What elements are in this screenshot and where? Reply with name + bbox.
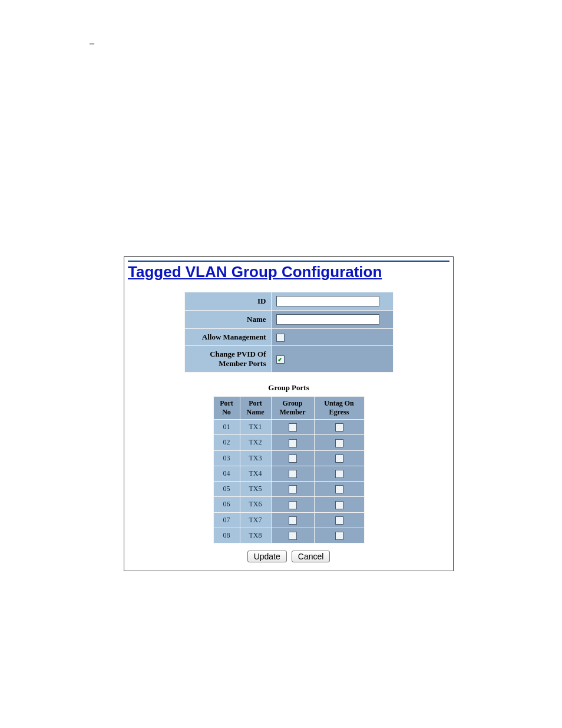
allow-management-cell	[272, 329, 393, 345]
stray-dash: –	[90, 38, 94, 49]
port-name: TX4	[240, 466, 271, 481]
untag-on-egress-cell	[315, 420, 364, 434]
group-member-checkbox[interactable]	[289, 501, 297, 509]
col-untag-on-egress: Untag On Egress	[315, 397, 364, 419]
untag-on-egress-cell	[315, 451, 364, 466]
untag-on-egress-checkbox[interactable]	[335, 423, 343, 431]
group-ports-caption: Group Ports	[128, 383, 449, 393]
port-no: 04	[214, 466, 240, 481]
name-label: Name	[185, 311, 271, 328]
table-row: 01TX1	[214, 420, 364, 434]
group-member-cell	[272, 482, 314, 496]
update-button[interactable]: Update	[247, 551, 287, 562]
group-member-cell	[272, 528, 314, 543]
group-member-checkbox[interactable]	[289, 454, 297, 463]
group-member-checkbox[interactable]	[289, 516, 297, 525]
port-name: TX8	[240, 528, 271, 543]
table-row: 08TX8	[214, 528, 364, 543]
port-no: 08	[214, 528, 240, 543]
group-member-checkbox[interactable]	[289, 423, 297, 431]
untag-on-egress-cell	[315, 482, 364, 496]
change-pvid-label-line1: Change PVID Of	[210, 350, 266, 358]
untag-on-egress-checkbox[interactable]	[335, 454, 343, 463]
id-label: ID	[185, 292, 271, 310]
port-no: 03	[214, 451, 240, 466]
group-member-cell	[272, 451, 314, 466]
table-row: 07TX7	[214, 513, 364, 528]
config-table: ID Name Allow Management Change PVID Of …	[184, 292, 394, 373]
page-title: Tagged VLAN Group Configuration	[128, 263, 449, 281]
table-row: 05TX5	[214, 482, 364, 496]
table-row: 04TX4	[214, 466, 364, 481]
port-no: 02	[214, 435, 240, 450]
change-pvid-cell	[272, 346, 393, 372]
group-member-checkbox[interactable]	[289, 532, 297, 540]
untag-on-egress-checkbox[interactable]	[335, 485, 343, 493]
allow-management-checkbox[interactable]	[276, 334, 285, 342]
cancel-button[interactable]: Cancel	[292, 551, 330, 562]
untag-on-egress-checkbox[interactable]	[335, 516, 343, 525]
group-member-cell	[272, 497, 314, 512]
port-no: 06	[214, 497, 240, 512]
group-member-checkbox[interactable]	[289, 470, 297, 478]
port-name: TX3	[240, 451, 271, 466]
change-pvid-checkbox[interactable]	[276, 355, 285, 364]
port-no: 07	[214, 513, 240, 528]
table-row: 02TX2	[214, 435, 364, 450]
untag-on-egress-cell	[315, 513, 364, 528]
group-member-checkbox[interactable]	[289, 439, 297, 447]
col-group-member: Group Member	[272, 397, 314, 419]
name-cell	[272, 311, 393, 328]
port-name: TX1	[240, 420, 271, 434]
untag-on-egress-cell	[315, 497, 364, 512]
name-input[interactable]	[276, 314, 379, 325]
id-input[interactable]	[276, 296, 379, 307]
port-name: TX6	[240, 497, 271, 512]
col-port-no: Port No	[214, 397, 240, 419]
port-name: TX5	[240, 482, 271, 496]
config-panel: Tagged VLAN Group Configuration ID Name …	[124, 256, 454, 571]
button-row: Update Cancel	[128, 551, 449, 562]
table-row: 06TX6	[214, 497, 364, 512]
change-pvid-label: Change PVID Of Member Ports	[185, 346, 271, 372]
untag-on-egress-checkbox[interactable]	[335, 439, 343, 447]
port-name: TX2	[240, 435, 271, 450]
group-member-cell	[272, 513, 314, 528]
port-no: 05	[214, 482, 240, 496]
group-member-cell	[272, 466, 314, 481]
untag-on-egress-cell	[315, 435, 364, 450]
untag-on-egress-checkbox[interactable]	[335, 532, 343, 540]
id-cell	[272, 292, 393, 310]
port-no: 01	[214, 420, 240, 434]
table-row: 03TX3	[214, 451, 364, 466]
untag-on-egress-checkbox[interactable]	[335, 470, 343, 478]
untag-on-egress-cell	[315, 466, 364, 481]
group-member-cell	[272, 420, 314, 434]
group-member-cell	[272, 435, 314, 450]
col-port-name: Port Name	[240, 397, 271, 419]
title-rule	[128, 261, 449, 262]
change-pvid-label-line2: Member Ports	[219, 359, 266, 368]
allow-management-label: Allow Management	[185, 329, 271, 345]
port-name: TX7	[240, 513, 271, 528]
group-ports-table: Port No Port Name Group Member Untag On …	[213, 396, 365, 543]
group-member-checkbox[interactable]	[289, 485, 297, 493]
untag-on-egress-cell	[315, 528, 364, 543]
untag-on-egress-checkbox[interactable]	[335, 501, 343, 509]
